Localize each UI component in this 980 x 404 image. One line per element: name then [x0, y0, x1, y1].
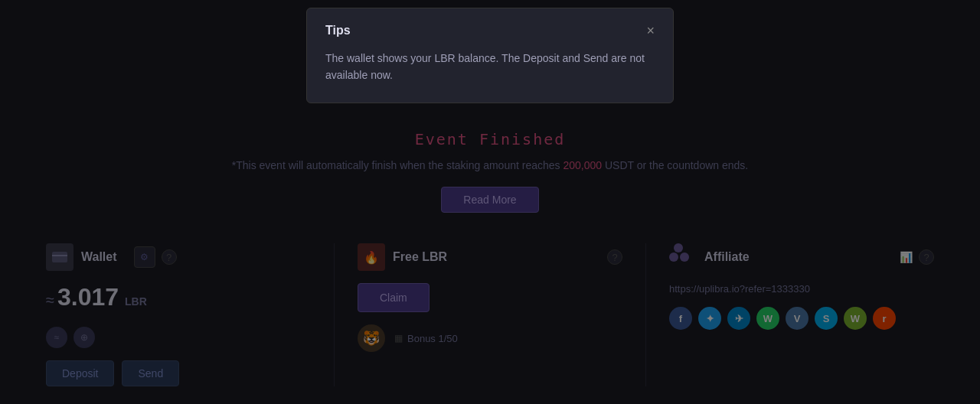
modal-close-button[interactable]: ×	[646, 24, 655, 37]
modal-body: The wallet shows your LBR balance. The D…	[325, 50, 655, 84]
modal-title: Tips	[325, 24, 351, 37]
tips-modal: Tips × The wallet shows your LBR balance…	[306, 8, 674, 103]
modal-overlay: Tips × The wallet shows your LBR balance…	[0, 0, 980, 404]
modal-header: Tips ×	[325, 24, 655, 37]
